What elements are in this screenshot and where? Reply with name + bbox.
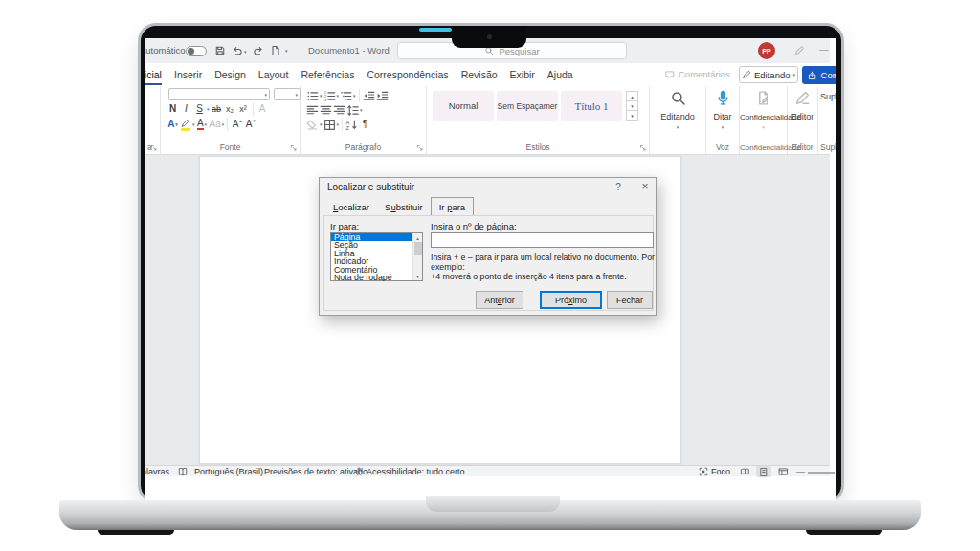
dialog-launcher-icon[interactable] xyxy=(416,144,424,152)
save-icon[interactable] xyxy=(214,45,226,56)
voice-group-label: Voz xyxy=(706,143,739,152)
grow-font-button[interactable]: A▴ xyxy=(231,118,243,131)
page-number-input[interactable] xyxy=(431,232,654,248)
highlight-button[interactable]: ▾ xyxy=(180,118,195,131)
find-editing-icon xyxy=(670,90,686,106)
scrollbar-down-icon[interactable]: ▾ xyxy=(413,272,422,280)
tab-substituir[interactable]: Substituir xyxy=(377,199,431,215)
pen-mode-icon[interactable] xyxy=(793,45,805,56)
redo-icon[interactable] xyxy=(253,45,264,56)
undo-chevron-icon[interactable]: ▾ xyxy=(244,49,247,55)
underline-button[interactable]: S xyxy=(193,102,206,116)
sensitivity-icon[interactable] xyxy=(755,90,771,106)
styles-gallery-scroll[interactable]: ▴ ▾ ▾ xyxy=(626,91,638,121)
tab-ir-para[interactable]: Ir para xyxy=(431,197,474,215)
tab-localizar[interactable]: Localizar xyxy=(325,199,377,215)
close-icon[interactable]: × xyxy=(637,180,653,193)
zoom-slider[interactable] xyxy=(808,472,835,474)
editor-icon[interactable] xyxy=(794,90,811,106)
dialog-launcher-icon[interactable] xyxy=(639,144,647,152)
editing-mode-button[interactable]: Editando ▾ xyxy=(739,66,798,83)
zoom-out-icon[interactable]: — xyxy=(796,467,805,476)
increase-indent-button[interactable] xyxy=(376,89,389,102)
list-item-linha[interactable]: Linha xyxy=(331,250,422,257)
minimize-icon[interactable]: — xyxy=(819,44,829,55)
multilevel-list-icon xyxy=(340,90,352,102)
clear-formatting-button[interactable]: A xyxy=(256,102,269,116)
editing-big-button[interactable]: Editando ▾ xyxy=(650,86,706,154)
list-item-secao[interactable]: Seção xyxy=(331,241,422,249)
underline-chevron-icon[interactable]: ▾ xyxy=(207,106,210,112)
accessibility-status[interactable]: Acessibilidade: tudo certo xyxy=(354,467,465,476)
language-status[interactable]: Português (Brasil) xyxy=(194,467,263,476)
list-item-indicador[interactable]: Indicador xyxy=(331,257,422,265)
scroll-down-icon[interactable]: ▾ xyxy=(627,101,637,111)
decrease-indent-button[interactable] xyxy=(363,89,375,102)
web-layout-button[interactable] xyxy=(775,466,791,477)
comments-button[interactable]: Comentários xyxy=(665,69,730,79)
show-paragraph-marks-button[interactable]: ¶ xyxy=(359,118,371,131)
style-normal[interactable]: Normal xyxy=(433,91,494,121)
style-sem-espacamento[interactable]: Sem Espaçamer xyxy=(497,91,558,121)
previous-button[interactable]: Anterior xyxy=(476,291,523,309)
undo-icon[interactable] xyxy=(232,45,243,56)
editor-button[interactable]: Editor xyxy=(791,112,814,121)
addins-button[interactable]: Suplementos xyxy=(820,92,836,101)
shading-button[interactable]: ▾ xyxy=(306,118,323,131)
font-group-label: Fonte xyxy=(161,143,300,152)
read-mode-button[interactable] xyxy=(737,466,752,477)
list-item-nota-de-rodape[interactable]: Nota de rodapé xyxy=(331,274,422,281)
list-item-comentario[interactable]: Comentário xyxy=(331,266,422,274)
focus-mode-button[interactable]: Foco xyxy=(699,467,730,476)
dialog-launcher-icon[interactable] xyxy=(150,144,158,152)
subscript-button[interactable]: x₂ xyxy=(224,102,236,116)
bullet-list-button[interactable]: ▾ xyxy=(306,89,323,102)
change-case-button[interactable]: Aa▾ xyxy=(210,118,225,131)
scrollbar-thumb[interactable] xyxy=(414,242,422,255)
dictate-button[interactable]: Ditar xyxy=(713,112,731,121)
word-count[interactable]: palavras xyxy=(145,467,169,476)
bold-button[interactable]: N xyxy=(167,102,179,116)
dialog-launcher-icon[interactable] xyxy=(290,144,298,152)
scroll-up-icon[interactable]: ▴ xyxy=(627,92,637,101)
share-button[interactable]: Compartilhar xyxy=(802,66,836,84)
italic-button[interactable]: I xyxy=(180,102,192,116)
gallery-expand-icon[interactable]: ▾ xyxy=(627,111,637,120)
line-spacing-button[interactable]: ▾ xyxy=(346,103,363,117)
proofing-icon[interactable] xyxy=(178,467,188,476)
dictate-mic-icon[interactable] xyxy=(715,90,731,106)
print-layout-button[interactable] xyxy=(756,466,771,477)
font-color-button[interactable]: A▾ xyxy=(196,118,209,131)
align-left-button[interactable] xyxy=(306,103,319,117)
goto-list: Página Seção Linha Indicador Comentário … xyxy=(330,232,423,281)
sort-button[interactable]: AZ xyxy=(345,118,358,131)
text-effects-button[interactable]: A▾ xyxy=(167,118,179,131)
font-name-combo[interactable]: ▾ xyxy=(168,88,270,100)
accessibility-icon xyxy=(354,467,364,476)
multilevel-list-button[interactable]: ▾ xyxy=(340,89,356,102)
dialog-tabs: Localizar Substituir Ir para xyxy=(325,199,474,215)
scrollbar-up-icon[interactable]: ▴ xyxy=(413,233,422,242)
borders-button[interactable]: ▾ xyxy=(323,118,340,131)
list-scrollbar[interactable]: ▴ ▾ xyxy=(412,233,422,280)
shrink-font-button[interactable]: A▾ xyxy=(244,118,256,131)
autosave-toggle[interactable] xyxy=(186,46,207,56)
qat-overflow-icon[interactable]: ▾ xyxy=(285,48,288,54)
numbered-list-button[interactable]: 123▾ xyxy=(323,89,340,102)
superscript-button[interactable]: x² xyxy=(237,102,250,116)
list-item-pagina[interactable]: Página xyxy=(331,233,422,241)
font-size-combo[interactable]: ▾ xyxy=(274,88,301,100)
next-button[interactable]: Próximo xyxy=(540,291,602,309)
align-right-button[interactable] xyxy=(333,103,345,117)
strikethrough-button[interactable]: ab xyxy=(211,102,223,116)
goto-label: Ir para: xyxy=(330,221,359,231)
new-document-icon[interactable] xyxy=(270,45,281,56)
text-predictions-status[interactable]: Previsões de texto: ativado xyxy=(264,467,368,476)
shading-icon xyxy=(306,119,319,131)
close-button[interactable]: Fechar xyxy=(607,291,653,309)
help-icon[interactable]: ? xyxy=(612,182,625,192)
style-titulo-1[interactable]: Título 1 xyxy=(561,91,622,121)
align-center-button[interactable] xyxy=(320,103,332,117)
document-area: Localizar e substituir ? × Localizar Sub… xyxy=(145,155,830,465)
avatar[interactable]: PP xyxy=(758,42,775,59)
